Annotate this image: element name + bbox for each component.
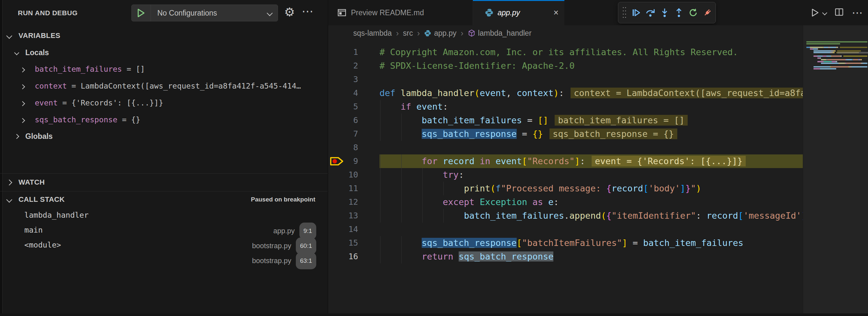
- active-tab-indicator: [473, 0, 564, 1]
- code-line[interactable]: [379, 141, 803, 154]
- run-python-file-button[interactable]: [810, 8, 827, 18]
- debug-step-into-button[interactable]: [658, 5, 671, 20]
- call-stack-frame[interactable]: main bootstrap.py 60:1: [0, 223, 328, 238]
- code-line[interactable]: # SPDX-License-Identifier: Apache-2.0: [379, 59, 803, 73]
- line-number[interactable]: 16: [328, 250, 358, 263]
- section-divider: [0, 173, 328, 173]
- breadcrumb-item[interactable]: lambda_handler: [468, 29, 532, 38]
- line-number[interactable]: 15: [328, 236, 358, 250]
- minimap-line: [806, 61, 837, 62]
- editor-actions: ⋯: [810, 6, 863, 20]
- code-line[interactable]: except Exception as e:: [379, 195, 803, 209]
- step-into-icon: [659, 7, 670, 18]
- code-token: =: [522, 115, 538, 125]
- locals-group[interactable]: Locals: [0, 45, 328, 60]
- line-number[interactable]: 14: [328, 223, 358, 236]
- variables-section-header[interactable]: VARIABLES: [0, 29, 328, 43]
- line-number[interactable]: 6: [328, 114, 358, 127]
- call-stack-frame[interactable]: lambda_handler app.py 9:1: [0, 208, 328, 223]
- breakpoint-paused-icon[interactable]: [330, 156, 344, 166]
- code-token: 'messageId': [743, 211, 802, 221]
- chevron-right-icon: [20, 118, 25, 123]
- code-line[interactable]: sqs_batch_response = {}sqs_batch_respons…: [379, 127, 803, 141]
- minimap-line: [806, 66, 867, 67]
- chevron-right-icon: [14, 134, 20, 139]
- code-token: context: [517, 88, 554, 98]
- step-out-icon: [674, 7, 684, 18]
- chevron-down-icon: [14, 50, 20, 55]
- breadcrumb-item[interactable]: app.py: [424, 29, 456, 38]
- line-number[interactable]: 13: [328, 209, 358, 223]
- more-actions-icon[interactable]: ⋯: [302, 4, 313, 18]
- code-line[interactable]: sqs_batch_response["batchItemFailures"] …: [379, 236, 803, 250]
- code-line[interactable]: def lambda_handler(event, context):conte…: [379, 86, 803, 100]
- disconnect-icon: [703, 8, 712, 18]
- drag-grip-handle[interactable]: [620, 5, 628, 20]
- code-token: .: [564, 211, 569, 221]
- debug-step-over-button[interactable]: [644, 5, 657, 20]
- grip-dots-icon: [623, 7, 625, 18]
- call-stack-section-header[interactable]: CALL STACK Paused on breakpoint: [0, 192, 328, 207]
- start-debug-button[interactable]: [132, 5, 151, 21]
- line-number[interactable]: 11: [328, 182, 358, 195]
- code-line[interactable]: batch_item_failures = []batch_item_failu…: [379, 114, 803, 127]
- breadcrumb-item[interactable]: src: [403, 29, 413, 38]
- debug-disconnect-button[interactable]: [701, 5, 714, 20]
- close-icon[interactable]: ×: [553, 7, 559, 18]
- line-number[interactable]: 5: [328, 100, 358, 114]
- editor-more-actions-icon[interactable]: ⋯: [852, 8, 863, 18]
- debug-continue-button[interactable]: [629, 5, 643, 20]
- variable-row[interactable]: batch_item_failures = []: [0, 61, 328, 77]
- tab-preview-readme[interactable]: Preview README.md: [329, 0, 473, 25]
- line-number[interactable]: 10: [328, 168, 358, 182]
- debug-restart-button[interactable]: [687, 5, 700, 20]
- breadcrumb-separator: ›: [461, 29, 463, 38]
- line-number[interactable]: 4: [328, 86, 358, 100]
- minimap[interactable]: [803, 25, 868, 316]
- run-icon: [810, 8, 820, 18]
- breadcrumb-item[interactable]: sqs-lambda: [353, 29, 392, 38]
- variable-row[interactable]: event = {'Records': [{...}]}: [0, 94, 328, 111]
- code-token: "batchItemFailures": [522, 238, 622, 248]
- code-line[interactable]: batch_item_failures.append({"itemIdentif…: [379, 209, 803, 223]
- chevron-right-icon: [6, 180, 12, 185]
- editor-tab-bar: Preview README.md app.py ×: [328, 0, 868, 25]
- globals-group[interactable]: Globals: [0, 129, 328, 144]
- code-token: ): [696, 183, 701, 193]
- split-editor-button[interactable]: [834, 7, 844, 18]
- debug-config-dropdown[interactable]: No Configurations: [131, 4, 278, 22]
- code-editor[interactable]: 1# Copyright Amazon.com, Inc. or its aff…: [328, 41, 803, 316]
- call-stack-frame[interactable]: <module> bootstrap.py 63:1: [0, 238, 328, 252]
- code-line[interactable]: [379, 223, 803, 236]
- code-line[interactable]: # Copyright Amazon.com, Inc. or its affi…: [379, 45, 803, 59]
- line-number[interactable]: 1: [328, 45, 358, 59]
- window-bottom-edge: [0, 313, 868, 316]
- code-token: # Copyright Amazon.com, Inc. or its affi…: [379, 47, 738, 57]
- variable-row[interactable]: sqs_batch_response = {}: [0, 111, 328, 128]
- restart-icon: [688, 8, 698, 18]
- vscode-window: RUN AND DEBUG No Configurations ⚙ ⋯ VARI…: [0, 0, 868, 316]
- word-highlight: sqs_batch_response: [422, 238, 517, 248]
- debug-step-out-button[interactable]: [673, 5, 685, 20]
- code-line[interactable]: print(f"Processed message: {record['body…: [379, 182, 803, 195]
- code-token: }: [685, 183, 690, 193]
- line-number[interactable]: 8: [328, 141, 358, 154]
- line-number[interactable]: 7: [328, 127, 358, 141]
- code-token: "Records": [527, 156, 575, 166]
- variable-row[interactable]: context = LambdaContext([aws_request_id=…: [0, 77, 328, 94]
- code-line[interactable]: if event:: [379, 100, 803, 114]
- code-line[interactable]: try:: [379, 168, 803, 182]
- code-token: as: [527, 197, 548, 207]
- code-token: Exception: [480, 197, 527, 207]
- gear-icon[interactable]: ⚙: [284, 5, 295, 19]
- line-number[interactable]: 2: [328, 59, 358, 73]
- code-line[interactable]: for record in event["Records"]:event = {…: [379, 154, 803, 168]
- code-token: [: [643, 183, 648, 193]
- line-number[interactable]: 12: [328, 195, 358, 209]
- tab-app-py[interactable]: app.py ×: [473, 0, 564, 25]
- line-number[interactable]: 3: [328, 73, 358, 86]
- code-line[interactable]: return sqs_batch_response: [379, 250, 803, 263]
- watch-section-header[interactable]: WATCH: [0, 174, 328, 190]
- python-icon: [485, 8, 494, 17]
- code-line[interactable]: [379, 73, 803, 86]
